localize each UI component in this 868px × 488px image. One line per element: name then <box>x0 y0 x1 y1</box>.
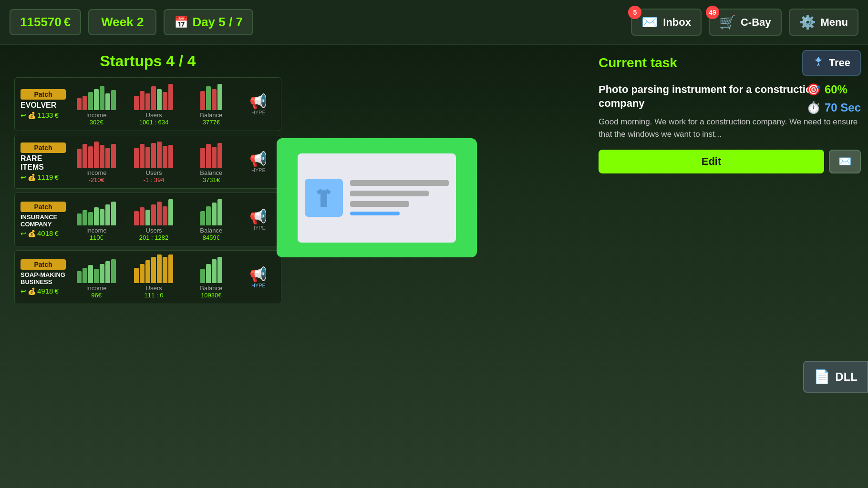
current-task-title: Current task <box>599 55 677 71</box>
popup-line-3 <box>350 201 409 207</box>
hype-block-3: 📢 HYPE <box>242 208 275 231</box>
cbay-button[interactable]: 49 🛒 C-Bay <box>709 9 782 36</box>
balance-value-3: 8459€ <box>185 234 238 241</box>
startup-name-3: INSURANCE COMPANY <box>21 214 66 228</box>
startup-soap-info: Patch SOAP-MAKING BUSINESS ↩ 💰 4918 € <box>21 259 66 295</box>
hype-icon-4: 📢 <box>242 266 275 283</box>
progress-stat: 🎯 60% <box>806 83 861 96</box>
startup-card-rareitems[interactable]: Patch RARE ITEMS ↩ 💰 1119 € Income -210€ <box>14 135 281 189</box>
startup-amount-4: ↩ 💰 4918 € <box>21 287 66 295</box>
popup-lines <box>350 180 449 215</box>
balance-value: 3777€ <box>185 119 238 126</box>
users-label: Users <box>127 112 180 119</box>
balance-chart <box>185 84 238 110</box>
users-label-3: Users <box>127 227 180 234</box>
hype-label-2: HYPE <box>242 167 275 173</box>
edit-button[interactable]: Edit <box>599 150 824 173</box>
users-chart-4 <box>127 257 180 283</box>
task-stats: 🎯 60% ⏱️ 70 Sec <box>806 83 861 114</box>
startups-header: Startups 4 / 4 <box>14 45 281 77</box>
income-label-2: Income <box>70 169 123 176</box>
startups-panel: Startups 4 / 4 Patch EVOLVER ↩ 💰 1133 € <box>14 45 281 483</box>
users-label-4: Users <box>127 285 180 292</box>
inbox-badge: 5 <box>628 6 641 19</box>
popup-line-2 <box>350 191 429 196</box>
currency-symbol: € <box>64 15 71 30</box>
target-icon: 🎯 <box>806 83 821 96</box>
users-block-3: Users 201 : 1282 <box>127 198 180 241</box>
startup-name-2: RARE ITEMS <box>21 154 66 172</box>
income-label-4: Income <box>70 285 123 292</box>
balance-block-2: Balance 3731€ <box>185 140 238 183</box>
startup-card-evolver[interactable]: Patch EVOLVER ↩ 💰 1133 € Income 302€ <box>14 77 281 131</box>
task-description-body: Good morning. We work for a construction… <box>599 116 861 140</box>
income-block-3: Income 110€ <box>70 198 123 241</box>
users-block-2: Users -1 : 394 <box>127 140 180 183</box>
users-block: Users 1001 : 634 <box>127 82 180 126</box>
top-bar: 115570 € Week 2 📅 Day 5 / 7 5 ✉️ Inbox 4… <box>0 0 868 45</box>
users-value-4: 111 : 0 <box>127 292 180 299</box>
balance-chart-2 <box>185 142 238 168</box>
users-value-3: 201 : 1282 <box>127 234 180 241</box>
gear-icon: ⚙️ <box>799 14 816 30</box>
inbox-button[interactable]: 5 ✉️ Inbox <box>631 9 702 36</box>
users-value: 1001 : 634 <box>127 119 180 126</box>
hype-icon: 📢 <box>242 93 275 110</box>
tree-icon <box>813 56 824 70</box>
cbay-badge: 49 <box>706 6 719 19</box>
balance-label-3: Balance <box>185 227 238 234</box>
day-display: 📅 Day 5 / 7 <box>164 9 253 35</box>
income-block: Income 302€ <box>70 82 123 126</box>
income-chart-2 <box>70 142 123 168</box>
popup-line-4 <box>350 212 399 215</box>
tree-button[interactable]: Tree <box>802 50 861 76</box>
tree-label: Tree <box>829 57 850 69</box>
users-chart <box>127 84 180 110</box>
current-task-panel: Current task Tree Photo parsing instrume… <box>591 45 868 483</box>
startup-amount: ↩ 💰 1133 € <box>21 111 66 119</box>
balance-label-2: Balance <box>185 169 238 176</box>
income-block-4: Income 96€ <box>70 255 123 299</box>
startup-amount-2: ↩ 💰 1119 € <box>21 173 66 181</box>
income-chart-4 <box>70 257 123 283</box>
users-value-2: -1 : 394 <box>127 176 180 183</box>
startup-rareitems-info: Patch RARE ITEMS ↩ 💰 1119 € <box>21 142 66 181</box>
popup-line-1 <box>350 180 449 186</box>
patch-badge: Patch <box>21 89 66 100</box>
income-chart-3 <box>70 199 123 225</box>
hype-label: HYPE <box>242 110 275 115</box>
balance-value-2: 3731€ <box>185 176 238 183</box>
balance-label: Balance <box>185 112 238 119</box>
inbox-label: Inbox <box>663 16 691 29</box>
patch-badge-3: Patch <box>21 202 66 212</box>
hype-label-3: HYPE <box>242 225 275 231</box>
balance-block-3: Balance 8459€ <box>185 198 238 241</box>
patch-badge-4: Patch <box>21 259 66 270</box>
balance-value-4: 10930€ <box>185 292 238 299</box>
balance-label-4: Balance <box>185 285 238 292</box>
startup-card-insurance[interactable]: Patch INSURANCE COMPANY ↩ 💰 4018 € Incom… <box>14 193 281 246</box>
users-label-2: Users <box>127 169 180 176</box>
income-value-4: 96€ <box>70 292 123 299</box>
time-sec: 70 Sec <box>825 101 861 114</box>
startup-name-4: SOAP-MAKING BUSINESS <box>21 271 66 285</box>
week-display: Week 2 <box>88 9 156 35</box>
dll-button[interactable]: 📄 DLL <box>803 361 868 393</box>
day-label: Day 5 / 7 <box>192 15 243 30</box>
mail-button[interactable]: ✉️ <box>829 150 861 173</box>
users-chart-2 <box>127 142 180 168</box>
hype-label-4: HYPE <box>242 283 275 288</box>
popup-modal <box>277 138 477 257</box>
currency-display: 115570 € <box>10 9 81 35</box>
balance-block: Balance 3777€ <box>185 82 238 126</box>
startup-card-soap[interactable]: Patch SOAP-MAKING BUSINESS ↩ 💰 4918 € In… <box>14 250 281 304</box>
week-label: Week 2 <box>101 15 144 29</box>
hype-block: 📢 HYPE <box>242 93 275 115</box>
task-header-row: Current task Tree <box>599 50 861 76</box>
menu-button[interactable]: ⚙️ Menu <box>789 9 858 36</box>
income-label-3: Income <box>70 227 123 234</box>
income-label: Income <box>70 112 123 119</box>
startup-insurance-info: Patch INSURANCE COMPANY ↩ 💰 4018 € <box>21 202 66 237</box>
menu-label: Menu <box>821 16 848 29</box>
income-value-3: 110€ <box>70 234 123 241</box>
